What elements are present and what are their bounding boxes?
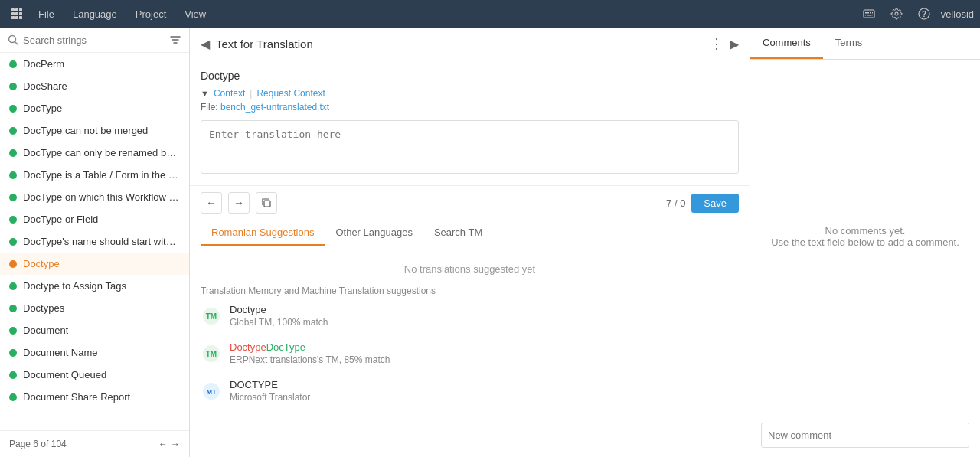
no-suggestions-text: No translations suggested yet	[201, 254, 739, 281]
highlight-green: DocType	[266, 341, 305, 353]
highlight-red: Doctype	[230, 341, 266, 353]
file-link[interactable]: bench_get-untranslated.txt	[220, 102, 329, 113]
svg-rect-15	[867, 15, 871, 16]
sidebar-item-doctype-name[interactable]: DocType's name should start with a ...	[0, 230, 189, 253]
sidebar-item-doctype[interactable]: Doctype	[0, 253, 189, 275]
item-label: DocType	[23, 103, 62, 114]
sidebar-item-doctype-table[interactable]: DocType is a Table / Form in the app...	[0, 164, 189, 186]
sidebar-item-doctype-cannot-merge[interactable]: DocType can not be merged	[0, 119, 189, 142]
item-label: Document Name	[23, 347, 98, 358]
context-link[interactable]: Context	[214, 88, 245, 99]
keyboard-icon[interactable]	[858, 3, 880, 24]
suggestion-body-2: DoctypeDocType ERPNext translations's TM…	[230, 341, 739, 367]
copy-source-button[interactable]	[256, 192, 277, 214]
item-label: DocPerm	[23, 58, 64, 70]
sidebar-item-docperm[interactable]: DocPerm	[0, 53, 189, 75]
suggestion-body-3: DOCTYPE Microsoft Translator	[230, 379, 739, 404]
top-nav: File Language Project View ? vellosid	[0, 0, 980, 28]
app-grid-button[interactable]	[6, 3, 28, 24]
request-context-link[interactable]: Request Context	[256, 88, 325, 99]
sidebar-item-document-queued[interactable]: Document Queued	[0, 364, 189, 386]
nav-view[interactable]: View	[177, 5, 214, 23]
next-translation-button[interactable]: →	[228, 192, 250, 214]
right-tabs: Comments Terms	[750, 28, 980, 60]
panel-title: Text for Translation	[216, 38, 704, 51]
pagination-label: Page 6 of 104	[9, 439, 67, 449]
suggestion-icon-1: TM	[201, 305, 222, 327]
suggestion-match-3: Microsoft Translator	[230, 392, 739, 403]
middle-panel: ◀ Text for Translation ⋮ ▶ Doctype ▼ Con…	[190, 28, 750, 457]
tab-search-tm[interactable]: Search TM	[423, 220, 493, 246]
item-label: Doctype to Assign Tags	[23, 280, 126, 292]
context-chevron-icon: ▼	[201, 89, 209, 98]
filter-icon[interactable]	[169, 34, 181, 46]
user-name: vellosid	[941, 8, 974, 20]
svg-rect-11	[867, 12, 869, 14]
suggestions-content: No translations suggested yet Translatio…	[190, 246, 750, 457]
sidebar-item-doctype-or-field[interactable]: DocType or Field	[0, 208, 189, 230]
sidebar-item-document-name[interactable]: Document Name	[0, 341, 189, 364]
suggestion-match-1: Global TM, 100% match	[230, 317, 739, 328]
item-dot	[9, 83, 17, 90]
prev-page-button[interactable]: ←	[158, 439, 168, 449]
sidebar-item-document[interactable]: Document	[0, 319, 189, 341]
item-dot	[9, 171, 17, 179]
sidebar-header	[0, 28, 189, 53]
sidebar-list: DocPerm DocShare DocType DocType can not…	[0, 53, 189, 430]
settings-icon[interactable]	[886, 3, 907, 24]
item-label: DocShare	[23, 80, 67, 92]
suggestion-body-1: Doctype Global TM, 100% match	[230, 304, 739, 329]
nav-project[interactable]: Project	[128, 5, 174, 23]
suggestion-match-2: ERPNext translations's TM, 85% match	[230, 354, 739, 365]
sidebar-item-doctype-assign[interactable]: Doctype to Assign Tags	[0, 275, 189, 297]
tab-comments[interactable]: Comments	[750, 28, 823, 59]
svg-rect-12	[870, 12, 871, 14]
source-text: Doctype	[201, 70, 739, 82]
middle-header: ◀ Text for Translation ⋮ ▶	[190, 28, 750, 60]
search-input[interactable]	[23, 34, 165, 46]
svg-rect-21	[264, 201, 270, 207]
tab-other-languages[interactable]: Other Languages	[325, 220, 423, 246]
sidebar-item-doctype-workflow[interactable]: DocType on which this Workflow is a...	[0, 186, 189, 208]
sidebar-item-document-share-report[interactable]: Document Share Report	[0, 386, 189, 408]
new-comment-input[interactable]	[761, 423, 969, 448]
save-button[interactable]: Save	[691, 194, 739, 213]
item-dot	[9, 216, 17, 224]
svg-text:TM: TM	[206, 312, 217, 321]
item-dot	[9, 127, 17, 135]
item-label: Document Queued	[23, 369, 106, 380]
item-label: DocType's name should start with a ...	[23, 236, 180, 247]
suggestion-item-3[interactable]: MT DOCTYPE Microsoft Translator	[201, 379, 739, 404]
item-dot	[9, 149, 17, 157]
collapse-sidebar-button[interactable]: ◀	[201, 37, 210, 51]
tab-romanian[interactable]: Romanian Suggestions	[201, 220, 325, 246]
item-label: DocType is a Table / Form in the app...	[23, 169, 180, 181]
suggestion-item-2[interactable]: TM DoctypeDocType ERPNext translations's…	[201, 341, 739, 367]
next-page-button[interactable]: →	[171, 439, 180, 449]
suggestion-item[interactable]: TM Doctype Global TM, 100% match	[201, 304, 739, 329]
nav-file[interactable]: File	[31, 5, 62, 23]
suggestion-icon-3: MT	[201, 380, 222, 402]
tab-terms[interactable]: Terms	[823, 28, 874, 59]
item-label: Doctype	[23, 258, 60, 269]
expand-button[interactable]: ▶	[730, 37, 739, 51]
suggestion-title-3: DOCTYPE	[230, 379, 739, 390]
svg-rect-5	[19, 12, 22, 15]
svg-rect-4	[15, 12, 18, 15]
prev-translation-button[interactable]: ←	[201, 192, 222, 214]
svg-rect-1	[15, 8, 18, 11]
more-options-button[interactable]: ⋮	[710, 35, 724, 52]
search-icon	[8, 34, 18, 45]
sidebar-item-doctype[interactable]: DocType	[0, 97, 189, 119]
translation-controls: ← → 7 / 0 Save	[190, 186, 750, 220]
suggestions-panel: Romanian Suggestions Other Languages Sea…	[190, 220, 750, 457]
sidebar-item-docshare[interactable]: DocShare	[0, 75, 189, 97]
sidebar-item-doctype-rename[interactable]: DocType can only be renamed by A...	[0, 142, 189, 164]
translation-input[interactable]	[201, 120, 739, 174]
right-panel: Comments Terms No comments yet. Use the …	[750, 28, 980, 457]
help-icon[interactable]: ?	[913, 3, 935, 24]
nav-language[interactable]: Language	[65, 5, 125, 23]
item-dot	[9, 260, 17, 268]
sidebar-item-doctypes[interactable]: Doctypes	[0, 297, 189, 319]
suggestion-icon-2: TM	[201, 343, 222, 364]
